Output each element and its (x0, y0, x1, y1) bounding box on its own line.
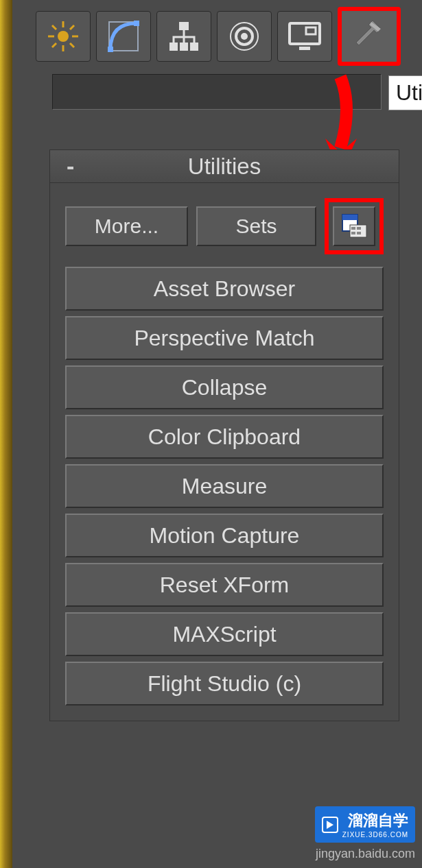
svg-rect-24 (350, 225, 366, 237)
configure-highlight (325, 198, 384, 254)
svg-point-0 (58, 31, 69, 42)
svg-rect-13 (169, 43, 178, 51)
display-icon (287, 19, 323, 53)
utility-reset-xform[interactable]: Reset XForm (65, 563, 384, 607)
hierarchy-icon (167, 19, 201, 53)
utility-measure[interactable]: Measure (65, 464, 384, 508)
svg-rect-14 (180, 43, 188, 51)
utilities-tooltip: Uti (388, 75, 422, 110)
svg-rect-23 (342, 215, 357, 220)
sets-button[interactable]: Sets (196, 206, 316, 246)
create-tab[interactable] (36, 11, 91, 62)
svg-rect-10 (108, 47, 113, 52)
motion-icon (227, 19, 261, 53)
svg-rect-28 (357, 232, 361, 234)
viewport-edge (0, 0, 12, 868)
utility-collapse[interactable]: Collapse (65, 365, 384, 409)
hierarchy-tab[interactable] (156, 11, 211, 62)
svg-rect-26 (357, 227, 361, 230)
sun-icon (46, 19, 80, 53)
display-tab[interactable] (277, 11, 332, 62)
utility-color-clipboard[interactable]: Color Clipboard (65, 415, 384, 459)
utility-flight-studio[interactable]: Flight Studio (c) (65, 662, 384, 706)
play-icon (322, 817, 338, 833)
command-panel: Uti - Utilities More... Sets (12, 0, 422, 868)
utilities-rollout: - Utilities More... Sets (49, 149, 399, 721)
configure-icon (340, 213, 368, 240)
rollout-title: Utilities (188, 154, 261, 180)
svg-rect-20 (306, 27, 316, 34)
utilities-list: Asset Browser Perspective Match Collapse… (50, 264, 399, 721)
more-button[interactable]: More... (65, 206, 188, 246)
svg-line-6 (70, 43, 74, 47)
svg-rect-27 (351, 232, 355, 234)
utilities-tab[interactable] (338, 7, 401, 66)
utilities-top-row: More... Sets (50, 183, 399, 264)
utility-maxscript[interactable]: MAXScript (65, 612, 384, 656)
svg-rect-12 (179, 22, 189, 30)
command-panel-tabs (36, 8, 420, 64)
svg-rect-25 (351, 227, 355, 230)
hammer-icon (351, 18, 388, 55)
rollout-header[interactable]: - Utilities (50, 150, 399, 183)
utility-perspective-match[interactable]: Perspective Match (65, 316, 384, 360)
svg-point-18 (241, 33, 248, 40)
svg-line-8 (70, 25, 74, 29)
watermark-brand: 溜溜自学 (348, 812, 408, 829)
utility-motion-capture[interactable]: Motion Capture (65, 514, 384, 557)
collapse-icon: - (67, 153, 74, 180)
watermark-domain: jingyan.baidu.com (315, 847, 415, 861)
utility-asset-browser[interactable]: Asset Browser (65, 267, 384, 311)
modify-tab[interactable] (96, 11, 151, 62)
watermark-badge: 溜溜自学 ZIXUE.3D66.COM (315, 806, 415, 843)
motion-tab[interactable] (217, 11, 272, 62)
svg-rect-11 (134, 21, 139, 26)
arc-icon (106, 19, 141, 53)
watermark: 溜溜自学 ZIXUE.3D66.COM jingyan.baidu.com (315, 806, 415, 861)
object-name-field[interactable] (52, 74, 382, 110)
configure-button-sets[interactable] (333, 206, 375, 246)
svg-rect-15 (190, 43, 198, 51)
svg-rect-21 (299, 47, 310, 50)
svg-line-7 (52, 43, 56, 47)
watermark-sub: ZIXUE.3D66.COM (342, 831, 408, 839)
svg-line-5 (52, 25, 56, 29)
